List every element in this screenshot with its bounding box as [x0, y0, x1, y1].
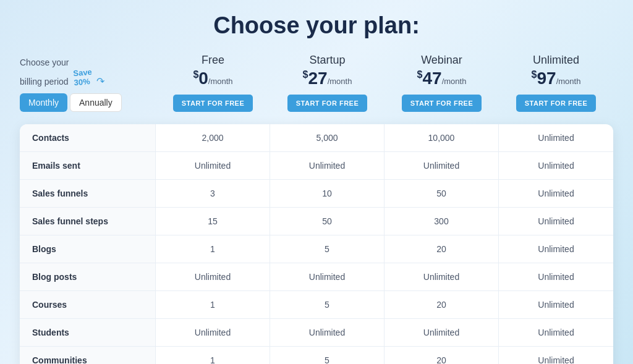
- cta-button-webinar[interactable]: START FOR FREE: [402, 95, 482, 112]
- plan-name-free: Free: [161, 54, 265, 67]
- plan-price-number-startup: 27: [308, 69, 328, 88]
- page-title: Choose your plan:: [213, 12, 420, 39]
- plan-price-number-free: 0: [198, 69, 208, 88]
- feature-value-cell: Unlimited: [270, 319, 384, 346]
- save-arrow-icon: ↷: [96, 75, 104, 87]
- main-content: Choose your billing period Save30% ↷ Mon…: [20, 54, 613, 364]
- feature-value-cell: 10: [270, 180, 384, 207]
- feature-value-cell: 10,000: [384, 124, 499, 151]
- feature-value-cell: Unlimited: [499, 235, 613, 263]
- feature-value-cell: 2,000: [156, 124, 270, 151]
- feature-value-cell: 20: [384, 235, 499, 263]
- plan-price-period-webinar: /month: [442, 77, 467, 86]
- plan-price-webinar: $47/month: [389, 69, 494, 88]
- table-row: Courses1520Unlimited: [20, 291, 613, 319]
- header-row: Choose your billing period Save30% ↷ Mon…: [20, 54, 613, 117]
- feature-value-cell: 5: [270, 235, 384, 263]
- annually-toggle-button[interactable]: Annually: [70, 93, 122, 112]
- feature-name-cell: Communities: [20, 347, 156, 364]
- plan-price-startup: $27/month: [275, 69, 380, 88]
- feature-name-cell: Contacts: [20, 124, 156, 151]
- feature-value-cell: Unlimited: [499, 208, 613, 235]
- feature-name-cell: Courses: [20, 291, 156, 318]
- save-badge: Save30%: [73, 67, 93, 88]
- plan-name-unlimited: Unlimited: [504, 54, 608, 67]
- feature-value-cell: 20: [384, 291, 499, 318]
- features-table: Contacts2,0005,00010,000UnlimitedEmails …: [20, 124, 613, 364]
- feature-name-cell: Blogs: [20, 235, 156, 263]
- plan-price-unlimited: $97/month: [504, 69, 608, 88]
- feature-value-cell: Unlimited: [156, 152, 270, 179]
- feature-value-cell: Unlimited: [499, 263, 613, 290]
- feature-value-cell: Unlimited: [384, 263, 499, 290]
- table-row: Sales funnels31050Unlimited: [20, 180, 613, 208]
- table-row: Communities1520Unlimited: [20, 347, 613, 364]
- feature-value-cell: Unlimited: [499, 124, 613, 151]
- billing-period-text: billing period: [20, 77, 69, 87]
- cta-button-startup[interactable]: START FOR FREE: [287, 95, 368, 112]
- feature-name-cell: Sales funnels: [20, 180, 156, 207]
- feature-name-cell: Students: [20, 319, 156, 346]
- plan-col-unlimited: Unlimited $97/month START FOR FREE: [499, 54, 613, 112]
- feature-name-cell: Blog posts: [20, 263, 156, 290]
- feature-value-cell: 50: [270, 208, 384, 235]
- feature-value-cell: 5: [270, 347, 384, 364]
- billing-label-text: Choose your: [20, 57, 69, 67]
- billing-label: Choose your billing period Save30% ↷: [20, 57, 156, 87]
- cta-button-free[interactable]: START FOR FREE: [173, 95, 253, 112]
- feature-value-cell: Unlimited: [384, 319, 499, 346]
- table-row: StudentsUnlimitedUnlimitedUnlimitedUnlim…: [20, 319, 613, 347]
- table-row: Blog postsUnlimitedUnlimitedUnlimitedUnl…: [20, 263, 613, 291]
- plan-price-period-free: /month: [208, 77, 233, 86]
- cta-button-unlimited[interactable]: START FOR FREE: [516, 95, 597, 112]
- feature-value-cell: 20: [384, 347, 499, 364]
- feature-value-cell: 3: [156, 180, 270, 207]
- feature-value-cell: Unlimited: [270, 263, 384, 290]
- plan-price-period-startup: /month: [328, 77, 352, 86]
- plan-price-symbol-free: $: [193, 69, 198, 80]
- plan-name-webinar: Webinar: [389, 54, 494, 67]
- monthly-toggle-button[interactable]: Monthly: [20, 93, 67, 112]
- feature-value-cell: Unlimited: [499, 291, 613, 318]
- feature-value-cell: Unlimited: [384, 152, 499, 179]
- feature-value-cell: 15: [156, 208, 270, 235]
- feature-value-cell: Unlimited: [156, 319, 270, 346]
- plan-price-symbol-startup: $: [303, 69, 308, 80]
- feature-value-cell: 1: [156, 291, 270, 318]
- plan-name-startup: Startup: [275, 54, 380, 67]
- plan-price-free: $0/month: [161, 69, 265, 88]
- feature-value-cell: Unlimited: [499, 347, 613, 364]
- plan-price-symbol-webinar: $: [417, 69, 423, 80]
- feature-value-cell: 1: [156, 347, 270, 364]
- feature-value-cell: Unlimited: [499, 319, 613, 346]
- feature-name-cell: Sales funnel steps: [20, 208, 156, 235]
- feature-value-cell: 50: [384, 180, 499, 207]
- plan-price-number-unlimited: 97: [537, 69, 556, 88]
- plan-price-number-webinar: 47: [423, 69, 442, 88]
- billing-toggle-group: Monthly Annually: [20, 93, 156, 112]
- plan-price-symbol-unlimited: $: [532, 69, 537, 80]
- table-row: Blogs1520Unlimited: [20, 235, 613, 263]
- feature-value-cell: Unlimited: [499, 180, 613, 207]
- plan-price-period-unlimited: /month: [556, 77, 581, 86]
- feature-value-cell: 5: [270, 291, 384, 318]
- table-row: Contacts2,0005,00010,000Unlimited: [20, 124, 613, 152]
- feature-value-cell: Unlimited: [156, 263, 270, 290]
- billing-section: Choose your billing period Save30% ↷ Mon…: [20, 57, 156, 112]
- plan-col-webinar: Webinar $47/month START FOR FREE: [384, 54, 499, 112]
- plan-col-startup: Startup $27/month START FOR FREE: [270, 54, 384, 112]
- plan-col-free: Free $0/month START FOR FREE: [156, 54, 270, 112]
- feature-value-cell: 300: [384, 208, 499, 235]
- table-row: Emails sentUnlimitedUnlimitedUnlimitedUn…: [20, 152, 613, 180]
- feature-name-cell: Emails sent: [20, 152, 156, 179]
- table-row: Sales funnel steps1550300Unlimited: [20, 208, 613, 235]
- feature-value-cell: 5,000: [270, 124, 384, 151]
- feature-value-cell: Unlimited: [270, 152, 384, 179]
- feature-value-cell: 1: [156, 235, 270, 263]
- feature-value-cell: Unlimited: [499, 152, 613, 179]
